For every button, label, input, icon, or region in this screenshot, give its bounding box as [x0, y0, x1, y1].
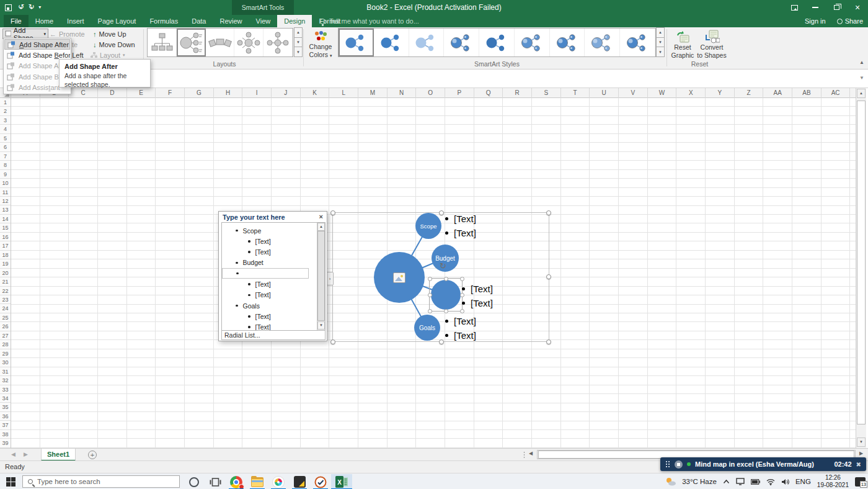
row-header-7[interactable]: 7 — [0, 152, 11, 161]
shape-resize-handle[interactable] — [428, 309, 432, 313]
column-header-F[interactable]: F — [156, 88, 185, 98]
column-header-Q[interactable]: Q — [474, 88, 503, 98]
tell-me-box[interactable]: Tell me what you want to do... — [320, 15, 419, 27]
row-header-23[interactable]: 23 — [0, 295, 11, 304]
style-thumb-style-9[interactable] — [620, 29, 655, 56]
text-pane-entry--text-[interactable]: [Text] — [222, 290, 309, 300]
row-header-39[interactable]: 39 — [0, 439, 11, 447]
column-header-T[interactable]: T — [561, 88, 590, 98]
sign-in-link[interactable]: Sign in — [805, 17, 826, 25]
start-button[interactable] — [6, 477, 16, 487]
row-header-34[interactable]: 34 — [0, 394, 11, 403]
wifi-icon[interactable] — [766, 478, 775, 485]
file-explorer-app-icon[interactable] — [247, 474, 268, 489]
text-pane-content[interactable]: ▲ ▼ Scope[Text][Text]Budget[Text][Text]G… — [221, 222, 326, 331]
excel-app-icon[interactable]: X — [331, 474, 352, 489]
gallery-down-icon[interactable]: ▼ — [294, 37, 303, 48]
task-view-button[interactable] — [205, 474, 226, 489]
style-thumb-style-3[interactable] — [409, 29, 445, 56]
scroll-down-icon[interactable]: ▼ — [317, 321, 325, 330]
tab-home[interactable]: Home — [29, 15, 60, 27]
sheet-nav-left-icon[interactable]: ◀ — [11, 451, 16, 457]
resize-handle[interactable] — [330, 339, 335, 344]
notes-app-icon[interactable] — [289, 474, 310, 489]
goals-node[interactable]: Goals — [414, 315, 440, 341]
stop-record-icon[interactable] — [675, 460, 683, 469]
row-header-19[interactable]: 19 — [0, 259, 11, 268]
row-header-1[interactable]: 1 — [0, 98, 11, 107]
close-button[interactable]: × — [847, 0, 868, 15]
row-header-21[interactable]: 21 — [0, 277, 11, 286]
shape-resize-handle[interactable] — [444, 277, 448, 281]
row-header-11[interactable]: 11 — [0, 188, 11, 197]
row-header-13[interactable]: 13 — [0, 205, 11, 214]
style-thumb-style-2[interactable] — [374, 29, 409, 56]
row-header-32[interactable]: 32 — [0, 376, 11, 385]
gallery-more-icon[interactable]: ▼ — [656, 47, 665, 57]
text-pane-entry--text-[interactable]: [Text] — [222, 236, 309, 246]
column-header-M[interactable]: M — [358, 88, 388, 98]
gallery-more-icon[interactable]: ▼ — [294, 47, 303, 57]
undo-icon[interactable]: ↺▾ — [18, 0, 22, 16]
clock[interactable]: 12:26 19-08-2021 — [817, 474, 849, 489]
minimize-button[interactable] — [805, 0, 826, 15]
column-header-E[interactable]: E — [127, 88, 156, 98]
column-header-C[interactable]: C — [69, 88, 98, 98]
pinwheel-app-icon[interactable] — [268, 474, 289, 489]
column-header-U[interactable]: U — [590, 88, 619, 98]
row-header-22[interactable]: 22 — [0, 287, 11, 295]
rotate-handle-icon[interactable]: ↻ — [440, 261, 446, 271]
weather-icon[interactable] — [665, 477, 676, 486]
row-header-6[interactable]: 6 — [0, 143, 11, 151]
column-header-Y[interactable]: Y — [706, 88, 735, 98]
weather-label[interactable]: 33°C Haze — [682, 478, 717, 485]
chevron-up-icon[interactable] — [723, 479, 730, 484]
diagram-bullet[interactable]: [Text] — [462, 297, 493, 309]
save-icon[interactable] — [5, 4, 12, 11]
resize-handle[interactable] — [546, 274, 551, 279]
text-pane-entry--text-[interactable]: [Text] — [222, 247, 309, 258]
hscroll-right-icon[interactable]: ▶ — [859, 451, 863, 456]
row-header-37[interactable]: 37 — [0, 421, 11, 429]
style-thumb-style-6[interactable] — [515, 29, 550, 56]
column-header-W[interactable]: W — [648, 88, 677, 98]
row-header-38[interactable]: 38 — [0, 430, 11, 439]
gallery-up-icon[interactable]: ▲ — [294, 27, 303, 38]
notification-icon[interactable]: 13 — [855, 477, 866, 487]
tab-file[interactable]: File — [4, 15, 29, 27]
scroll-down-icon[interactable]: ▼ — [857, 437, 866, 447]
text-pane-entry-empty[interactable] — [222, 268, 309, 279]
row-header-31[interactable]: 31 — [0, 367, 11, 376]
cortana-button[interactable] — [184, 474, 205, 489]
column-header-H[interactable]: H — [214, 88, 243, 98]
row-header-15[interactable]: 15 — [0, 223, 11, 232]
tab-review[interactable]: Review — [213, 15, 249, 27]
style-thumb-style-4[interactable] — [444, 29, 479, 56]
taskbar-search[interactable]: Type here to search — [22, 475, 180, 488]
style-thumb-style-8[interactable] — [585, 29, 620, 56]
resize-handle[interactable] — [330, 210, 335, 215]
diagram-bullet[interactable]: [Text] — [445, 212, 476, 225]
text-pane-entry--text-[interactable]: [Text] — [222, 322, 309, 331]
column-header-D[interactable]: D — [98, 88, 127, 98]
demote-button-partial[interactable]: te — [72, 41, 78, 48]
row-header-29[interactable]: 29 — [0, 349, 11, 358]
text-pane-entry-scope[interactable]: Scope — [222, 225, 309, 236]
scroll-thumb[interactable] — [317, 231, 325, 321]
row-header-4[interactable]: 4 — [0, 125, 11, 133]
layout-thumb-radial-list[interactable] — [177, 29, 206, 56]
close-icon[interactable]: × — [319, 213, 323, 220]
move-down-button[interactable]: ↓Move Down — [93, 41, 135, 48]
resize-handle[interactable] — [439, 210, 444, 215]
column-header-R[interactable]: R — [503, 88, 532, 98]
row-header-25[interactable]: 25 — [0, 313, 11, 322]
column-header-AA[interactable]: AA — [763, 88, 792, 98]
column-header-Z[interactable]: Z — [735, 88, 764, 98]
smartart-selection-frame[interactable]: Scope Budget ↻ Goals [Text][Text][Text][… — [332, 212, 549, 342]
column-header-K[interactable]: K — [301, 88, 330, 98]
column-header-I[interactable]: I — [242, 88, 272, 98]
drag-dots-icon[interactable] — [665, 460, 670, 468]
tab-page-layout[interactable]: Page Layout — [91, 15, 143, 27]
row-header-35[interactable]: 35 — [0, 403, 11, 411]
gallery-up-icon[interactable]: ▲ — [656, 27, 665, 38]
